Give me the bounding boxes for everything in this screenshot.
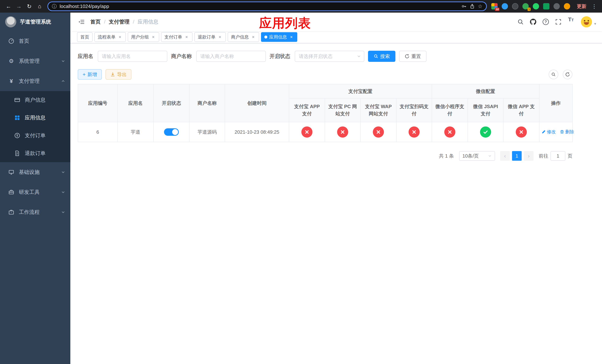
card-icon — [14, 97, 20, 103]
pagination: 共 1 条 10条/页 ‹ 1 › 前往 页 — [78, 151, 572, 161]
toggle-search-icon[interactable] — [549, 70, 558, 79]
browser-forward-icon[interactable]: → — [14, 1, 24, 11]
breadcrumb-current: 应用信息 — [138, 18, 159, 25]
tab-user-group[interactable]: 用户分组× — [128, 32, 159, 42]
bookmark-star-icon[interactable]: ☆ — [478, 3, 483, 10]
column-header: 支付宝扫码支付 — [396, 98, 432, 122]
page-number-1[interactable]: 1 — [512, 151, 522, 161]
next-page-button[interactable]: › — [524, 151, 534, 161]
share-icon[interactable] — [470, 4, 475, 9]
sidebar-item-merchant-info[interactable]: 商户信息 — [0, 91, 70, 109]
add-button[interactable]: + 新增 — [78, 69, 102, 80]
search-button-label: 搜索 — [380, 53, 390, 60]
close-icon[interactable]: × — [117, 34, 123, 40]
merchant-name-input[interactable] — [196, 51, 266, 62]
column-header: 应用名 — [118, 84, 153, 122]
extension-green-icon[interactable] — [533, 3, 539, 10]
sidebar-item-pay-order[interactable]: 支付订单 — [0, 127, 70, 144]
close-icon[interactable]: × — [251, 34, 256, 40]
sidebar-item-home[interactable]: 首页 — [0, 31, 70, 51]
sidebar-item-label: 应用信息 — [25, 114, 45, 121]
status-select-placeholder: 请选择开启状态 — [299, 53, 333, 60]
table-row: 6 芋道 芋道源码 2021-10-23 08:49:25 — [78, 122, 573, 142]
reset-button-label: 重置 — [411, 53, 421, 60]
extension-book-icon[interactable] — [543, 3, 549, 10]
goto-page-input[interactable] — [550, 151, 565, 161]
close-icon[interactable]: × — [289, 34, 294, 40]
close-icon[interactable]: × — [151, 34, 156, 40]
browser-update-button[interactable]: 更新 — [574, 3, 589, 10]
sidebar-item-system[interactable]: ⚙ 系统管理 — [0, 51, 70, 71]
sidebar-fold-icon[interactable] — [76, 17, 87, 27]
font-size-icon[interactable]: TT — [565, 16, 576, 27]
cell-merchant-name: 芋道源码 — [189, 122, 225, 142]
tab-pay-order[interactable]: 支付订单× — [161, 32, 193, 42]
app-logo: 芋道管理系统 — [0, 13, 70, 31]
chevron-down-icon — [61, 59, 65, 63]
sidebar-item-app-info[interactable]: 应用信息 — [0, 109, 70, 127]
extensions-puzzle-icon[interactable] — [553, 3, 560, 10]
password-key-icon[interactable] — [462, 4, 467, 9]
sidebar-item-workflow[interactable]: 工作流程 — [0, 202, 70, 222]
search-icon[interactable] — [515, 16, 526, 27]
breadcrumb-payment[interactable]: 支付管理 — [109, 18, 129, 25]
breadcrumb-separator: / — [133, 19, 134, 25]
sidebar-item-payment[interactable]: ¥ 支付管理 — [0, 71, 70, 91]
enable-toggle[interactable] — [164, 128, 179, 136]
page-size-select[interactable]: 10条/页 — [459, 151, 495, 161]
pagination-total: 共 1 条 — [439, 153, 454, 159]
search-button[interactable]: 搜索 — [368, 51, 395, 62]
tab-refund-order[interactable]: 退款订单× — [194, 32, 226, 42]
extension-badge: 10 — [495, 8, 499, 11]
tab-merchant-info[interactable]: 商户信息× — [228, 32, 259, 42]
refresh-table-icon[interactable] — [563, 70, 572, 79]
close-icon[interactable]: × — [184, 34, 189, 40]
sidebar-item-label: 系统管理 — [19, 58, 40, 65]
reset-button[interactable]: 重置 — [399, 51, 427, 62]
cell-app-name: 芋道 — [118, 122, 153, 142]
browser-menu-icon[interactable]: ⋮ — [590, 3, 598, 10]
help-icon[interactable]: ? — [540, 16, 551, 27]
extension-drop-icon[interactable] — [502, 3, 508, 10]
browser-home-icon[interactable]: ⌂ — [35, 1, 44, 11]
tab-home[interactable]: 首页 — [77, 32, 93, 42]
chevron-down-icon — [488, 154, 492, 158]
sidebar-item-label: 研发工具 — [19, 189, 40, 196]
extensions-cluster: 10 1 — [491, 3, 570, 10]
column-header: 微信 JSAPI 支付 — [468, 98, 503, 122]
sidebar-item-dev-tools[interactable]: 研发工具 — [0, 182, 70, 202]
fullscreen-icon[interactable] — [553, 16, 564, 27]
browser-back-icon[interactable]: ← — [4, 1, 13, 11]
prev-page-button[interactable]: ‹ — [500, 151, 510, 161]
extension-avatar-green-icon[interactable]: 1 — [522, 3, 529, 10]
tab-label: 退款订单 — [198, 34, 215, 40]
sidebar-item-refund-order[interactable]: 退款订单 — [0, 144, 70, 162]
tab-app-info[interactable]: 应用信息× — [261, 32, 297, 42]
sidebar: 芋道管理系统 首页 ⚙ 系统管理 ¥ 支付管理 商户信息 应用信息 支付订单 — [0, 13, 70, 364]
extension-apps-icon[interactable]: 10 — [491, 3, 498, 10]
user-avatar[interactable] — [581, 16, 592, 27]
close-icon[interactable]: × — [217, 34, 223, 40]
extension-avatar-orange-icon[interactable] — [564, 3, 570, 10]
app-table: 应用编号 应用名 开启状态 商户名称 创建时间 支付宝配置 微信配置 操作 支付… — [78, 84, 573, 142]
browser-reload-icon[interactable]: ↻ — [24, 1, 34, 11]
export-button[interactable]: 导出 — [106, 69, 131, 80]
tab-process-form[interactable]: 流程表单× — [94, 32, 126, 42]
extension-dark-icon[interactable] — [512, 3, 518, 10]
github-icon[interactable] — [527, 16, 539, 27]
tab-label: 首页 — [80, 34, 89, 40]
app-name-input[interactable] — [98, 51, 167, 62]
status-select[interactable]: 请选择开启状态 — [295, 51, 364, 62]
breadcrumb-home[interactable]: 首页 — [90, 18, 101, 25]
delete-link[interactable]: 删除 — [560, 129, 574, 135]
sidebar-item-infrastructure[interactable]: 基础设施 — [0, 162, 70, 182]
address-bar[interactable]: ⓘ localhost:1024/pay/app ☆ — [47, 1, 487, 11]
page-size-value: 10条/页 — [462, 153, 479, 159]
sidebar-item-label: 工作流程 — [19, 209, 40, 216]
edit-link[interactable]: 修改 — [542, 129, 556, 135]
sidebar-item-label: 商户信息 — [25, 96, 45, 104]
active-tab-dot — [264, 36, 267, 39]
site-info-icon[interactable]: ⓘ — [52, 3, 57, 10]
column-header: 支付宝 APP 支付 — [289, 98, 325, 122]
toolbox-icon — [8, 189, 14, 195]
